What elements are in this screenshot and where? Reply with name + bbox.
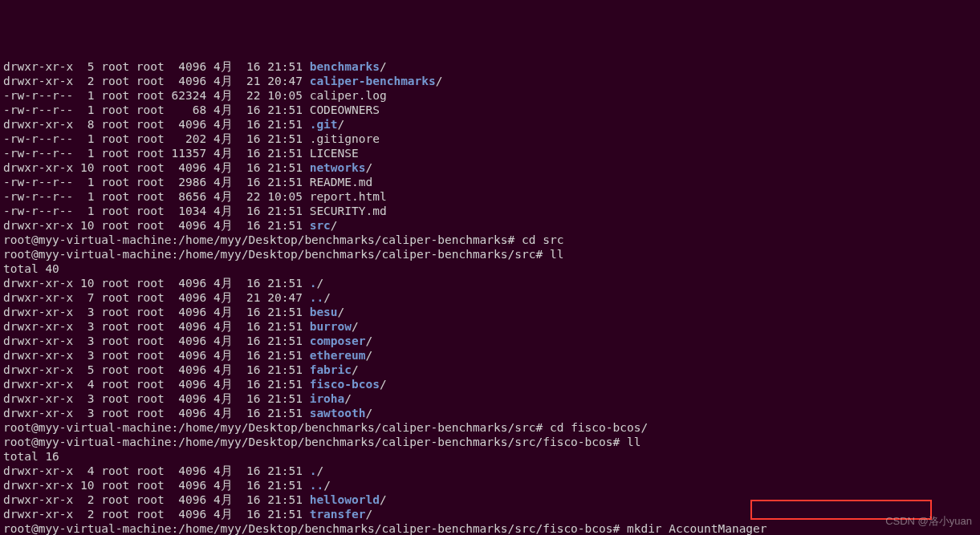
listing-row: drwxr-xr-x 2 root root 4096 4月 16 21:51 …: [3, 492, 977, 507]
listing-row: drwxr-xr-x 5 root root 4096 4月 16 21:51 …: [3, 59, 977, 74]
prompt-line[interactable]: root@myy-virtual-machine:/home/myy/Deskt…: [3, 521, 977, 535]
directory-entry: .git: [310, 118, 338, 131]
listing-row: drwxr-xr-x 10 root root 4096 4月 16 21:51…: [3, 218, 977, 233]
directory-entry: iroha: [310, 392, 345, 405]
file-entry: caliper.log: [310, 89, 387, 102]
listing-row: drwxr-xr-x 3 root root 4096 4月 16 21:51 …: [3, 334, 977, 348]
prompt-line[interactable]: root@myy-virtual-machine:/home/myy/Deskt…: [3, 247, 977, 261]
listing-row: drwxr-xr-x 10 root root 4096 4月 16 21:51…: [3, 478, 977, 492]
file-entry: .gitignore: [310, 132, 380, 145]
prompt-line[interactable]: root@myy-virtual-machine:/home/myy/Deskt…: [3, 233, 977, 247]
directory-entry: ..: [310, 291, 323, 304]
listing-row: -rw-r--r-- 1 root root 2986 4月 16 21:51 …: [3, 175, 977, 189]
total-line: total 16: [3, 449, 977, 464]
directory-entry: networks: [310, 161, 366, 174]
directory-entry: fisco-bcos: [310, 378, 380, 391]
listing-row: -rw-r--r-- 1 root root 202 4月 16 21:51 .…: [3, 132, 977, 146]
listing-row: drwxr-xr-x 3 root root 4096 4月 16 21:51 …: [3, 391, 977, 406]
terminal-output[interactable]: drwxr-xr-x 5 root root 4096 4月 16 21:51 …: [3, 59, 977, 535]
listing-row: drwxr-xr-x 4 root root 4096 4月 16 21:51 …: [3, 464, 977, 478]
prompt-line[interactable]: root@myy-virtual-machine:/home/myy/Deskt…: [3, 420, 977, 435]
listing-row: drwxr-xr-x 2 root root 4096 4月 21 20:47 …: [3, 74, 977, 88]
directory-entry: fabric: [310, 363, 352, 376]
listing-row: drwxr-xr-x 3 root root 4096 4月 16 21:51 …: [3, 348, 977, 363]
listing-row: -rw-r--r-- 1 root root 62324 4月 22 10:05…: [3, 88, 977, 103]
listing-row: drwxr-xr-x 3 root root 4096 4月 16 21:51 …: [3, 406, 977, 420]
listing-row: drwxr-xr-x 10 root root 4096 4月 16 21:51…: [3, 276, 977, 290]
listing-row: -rw-r--r-- 1 root root 1034 4月 16 21:51 …: [3, 204, 977, 218]
directory-entry: sawtooth: [310, 407, 366, 419]
listing-row: -rw-r--r-- 1 root root 68 4月 16 21:51 CO…: [3, 103, 977, 117]
directory-entry: caliper-benchmarks: [310, 75, 436, 87]
listing-row: -rw-r--r-- 1 root root 11357 4月 16 21:51…: [3, 146, 977, 160]
directory-entry: besu: [310, 306, 338, 318]
listing-row: drwxr-xr-x 10 root root 4096 4月 16 21:51…: [3, 160, 977, 175]
listing-row: -rw-r--r-- 1 root root 8656 4月 22 10:05 …: [3, 189, 977, 204]
file-entry: CODEOWNERS: [310, 103, 380, 116]
file-entry: README.md: [310, 176, 373, 188]
file-entry: report.html: [310, 190, 387, 203]
directory-entry: src: [310, 219, 331, 232]
listing-row: drwxr-xr-x 8 root root 4096 4月 16 21:51 …: [3, 117, 977, 132]
directory-entry: transfer: [310, 508, 366, 521]
listing-row: drwxr-xr-x 7 root root 4096 4月 21 20:47 …: [3, 290, 977, 305]
listing-row: drwxr-xr-x 3 root root 4096 4月 16 21:51 …: [3, 319, 977, 334]
total-line: total 40: [3, 261, 977, 276]
directory-entry: ethereum: [310, 349, 366, 362]
listing-row: drwxr-xr-x 3 root root 4096 4月 16 21:51 …: [3, 305, 977, 319]
listing-row: drwxr-xr-x 5 root root 4096 4月 16 21:51 …: [3, 363, 977, 377]
directory-entry: helloworld: [310, 493, 380, 506]
file-entry: LICENSE: [310, 147, 359, 160]
listing-row: drwxr-xr-x 4 root root 4096 4月 16 21:51 …: [3, 377, 977, 391]
watermark: CSDN @洛小yuan: [885, 514, 972, 529]
listing-row: drwxr-xr-x 2 root root 4096 4月 16 21:51 …: [3, 507, 977, 521]
directory-entry: composer: [310, 334, 366, 347]
directory-entry: burrow: [310, 320, 352, 333]
directory-entry: benchmarks: [310, 60, 380, 73]
directory-entry: ..: [310, 479, 323, 492]
prompt-line[interactable]: root@myy-virtual-machine:/home/myy/Deskt…: [3, 435, 977, 449]
file-entry: SECURITY.md: [310, 205, 387, 217]
